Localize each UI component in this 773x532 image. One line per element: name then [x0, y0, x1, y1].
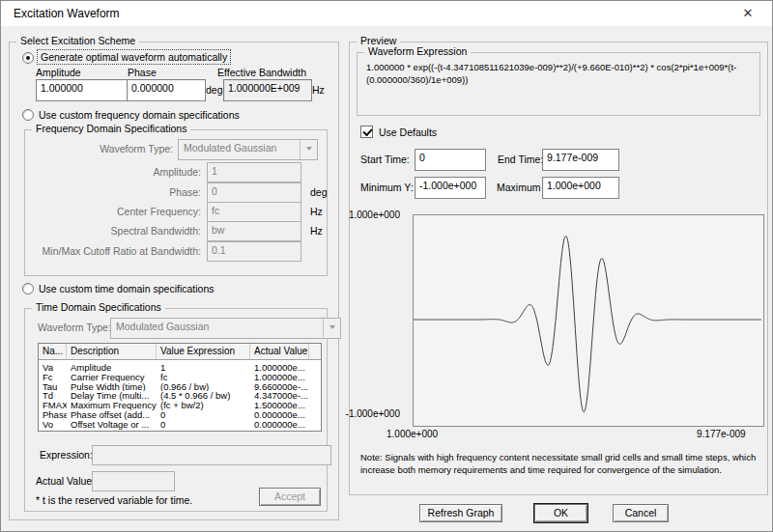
close-button[interactable]: ✕	[728, 1, 768, 26]
freq-center-frequency-field: fc	[207, 202, 301, 222]
freq-center-frequency-unit: Hz	[310, 206, 323, 217]
phase-input[interactable]: 0.000000	[127, 79, 206, 101]
table-header-value-expression[interactable]: Value Expression	[157, 344, 250, 359]
phase-label: Phase	[128, 67, 157, 78]
time-parameter-table: Na... Description Value Expression Actua…	[38, 343, 322, 432]
cancel-button[interactable]: Cancel	[613, 504, 669, 522]
amplitude-label: Amplitude	[36, 67, 81, 78]
refresh-graph-button[interactable]: Refresh Graph	[419, 504, 502, 522]
use-defaults-label[interactable]: Use Defaults	[379, 126, 437, 138]
freq-cutoff-ratio-field: 0.1	[207, 241, 301, 262]
bandwidth-unit-label: Hz	[312, 84, 325, 96]
expression-field	[92, 445, 331, 465]
phase-unit-label: deg	[206, 84, 223, 96]
maximum-y-input[interactable]: 1.000e+000	[542, 177, 619, 199]
freq-amplitude-field: 1	[207, 162, 301, 182]
dropdown-arrow-icon	[306, 147, 312, 151]
graph-ymin-label: -1.000e+000	[342, 408, 400, 419]
table-row-phase[interactable]: Phase Phase offset (add... 0 0.000000e..…	[39, 410, 321, 420]
group-title-select-excitation-scheme: Select Excitation Scheme	[16, 35, 139, 46]
table-row-fc[interactable]: Fc Carrier Frequency fc 1.000000e...	[39, 373, 321, 382]
end-time-input[interactable]: 9.177e-009	[542, 149, 619, 171]
freq-phase-unit: deg	[310, 186, 328, 198]
freq-cutoff-ratio-label: Min/Max Cutoff Ratio at Bandwidth:	[26, 245, 201, 257]
waveform-polyline	[414, 236, 761, 411]
freq-waveform-type-value: Modulated Gaussian	[184, 142, 276, 154]
freq-spectral-bandwidth-label: Spectral Bandwidth:	[26, 225, 201, 237]
group-title-waveform-expression: Waveform Expression	[364, 45, 471, 57]
freq-amplitude-label: Amplitude:	[26, 166, 201, 178]
checkmark-icon	[362, 126, 372, 137]
use-defaults-checkbox[interactable]	[360, 126, 373, 138]
group-title-time-domain: Time Domain Specifications	[32, 301, 165, 313]
waveform-plot	[413, 214, 764, 427]
radio-generate-optimal-label[interactable]: Generate optimal waveform automatically	[37, 49, 231, 65]
graph-xleft-label: 1.000e+000	[386, 429, 438, 439]
freq-spectral-bandwidth-field: bw	[207, 221, 301, 241]
actual-value-label: Actual Value:	[36, 475, 95, 487]
table-row-vo[interactable]: Vo Offset Voltage or ... 0 0.000000e...	[39, 420, 321, 430]
waveform-expression-text: 1.000000 * exp((-(t-4.347108511621039e-0…	[366, 61, 751, 86]
start-time-input[interactable]: 0	[415, 149, 486, 171]
radio-custom-frequency[interactable]	[22, 109, 34, 121]
dropdown-arrow-icon	[329, 325, 335, 329]
graph-xright-label: 9.177e-009	[697, 429, 746, 439]
freq-waveform-type-label: Waveform Type:	[26, 143, 173, 154]
radio-custom-time-label[interactable]: Use custom time domain specifications	[39, 283, 215, 294]
radio-custom-frequency-label[interactable]: Use custom frequency domain specificatio…	[39, 109, 240, 121]
table-row-va[interactable]: Va Amplitude 1 1.000000e...	[39, 363, 321, 373]
accept-button: Accept	[259, 488, 321, 506]
excitation-waveform-dialog: Excitation Waveform ✕ Select Excitation …	[0, 0, 773, 532]
freq-center-frequency-label: Center Frequency:	[26, 206, 201, 217]
freq-phase-label: Phase:	[26, 186, 201, 198]
table-header-name[interactable]: Na...	[39, 344, 67, 359]
waveform-svg	[414, 215, 761, 424]
table-row-fmax[interactable]: FMAX Maximum Frequency (fc + bw/2) 1.500…	[39, 401, 321, 410]
window-title: Excitation Waveform	[14, 7, 120, 20]
table-row-td[interactable]: Td Delay Time (multi... (4.5 * 0.966 / b…	[39, 391, 321, 401]
actual-value-field	[92, 471, 175, 491]
table-header-row: Na... Description Value Expression Actua…	[39, 344, 321, 360]
end-time-label: End Time:	[498, 154, 543, 165]
table-header-description[interactable]: Description	[67, 344, 157, 359]
freq-waveform-type-combo: Modulated Gaussian	[178, 139, 318, 160]
effective-bandwidth-field: 1.000000E+009	[223, 79, 312, 101]
graph-ymax-label: 1.000e+000	[342, 210, 400, 220]
effective-bandwidth-label: Effective Bandwidth	[217, 67, 306, 78]
titlebar: Excitation Waveform ✕	[1, 1, 772, 26]
close-icon: ✕	[743, 6, 754, 20]
note-text: Note: Signals with high frequency conten…	[360, 451, 759, 476]
freq-spectral-bandwidth-unit: Hz	[310, 225, 323, 237]
minimum-y-input[interactable]: -1.000e+000	[415, 177, 486, 199]
time-waveform-type-value: Modulated Gaussian	[116, 321, 209, 332]
time-waveform-type-combo: Modulated Gaussian	[110, 318, 341, 339]
ok-button[interactable]: OK	[534, 504, 587, 522]
minimum-y-label: Minimum Y:	[360, 182, 414, 193]
expression-label: Expression:	[40, 449, 93, 461]
time-waveform-type-label: Waveform Type:	[38, 322, 111, 333]
table-row-tau[interactable]: Tau Pulse Width (time) (0.966 / bw) 9.66…	[39, 382, 321, 392]
time-footnote: * t is the reserved variable for time.	[36, 494, 192, 506]
table-header-actual-value[interactable]: Actual Value	[250, 344, 309, 359]
group-title-frequency-domain: Frequency Domain Specifications	[32, 123, 190, 134]
radio-generate-optimal[interactable]	[22, 52, 34, 64]
start-time-label: Start Time:	[360, 154, 410, 165]
amplitude-input[interactable]: 1.000000	[36, 79, 130, 101]
radio-custom-time[interactable]	[22, 283, 34, 294]
freq-phase-field: 0	[207, 182, 301, 203]
